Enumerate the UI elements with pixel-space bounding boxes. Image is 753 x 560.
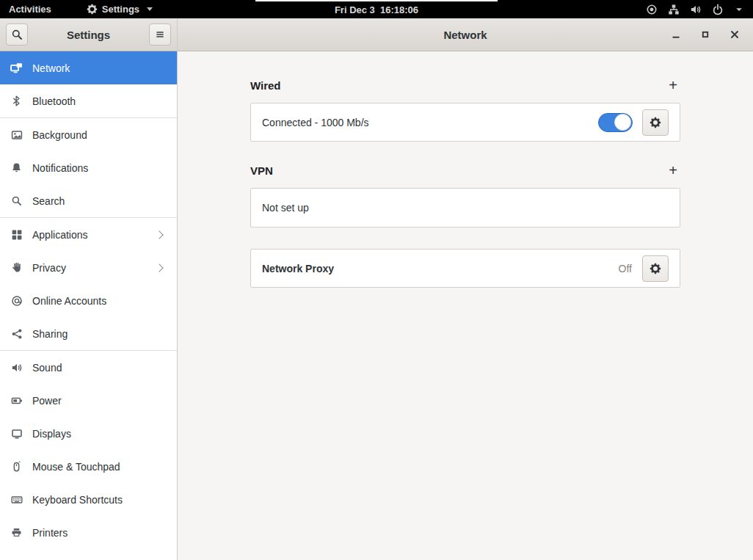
sidebar-item-label: Privacy [32,262,147,274]
network-icon [10,62,23,74]
bluetooth-icon [10,95,23,107]
displays-icon [10,427,23,440]
sidebar-item-label: Notifications [32,162,167,174]
sidebar-item-label: Applications [32,229,147,241]
sidebar-item-label: Online Accounts [32,295,167,307]
sidebar-item-search[interactable]: Search [0,184,177,217]
printers-icon [10,526,23,539]
sidebar-item-network[interactable]: Network [0,51,177,84]
maximize-button[interactable] [694,23,716,46]
sidebar-item-label: Sound [32,362,167,374]
wired-status-label: Connected - 1000 Mb/s [262,117,598,128]
sidebar-item-background[interactable]: Background [0,118,177,151]
search-button[interactable] [6,23,28,46]
search-icon [10,194,23,207]
main-header: Network [178,18,753,51]
clock-label: Fri Dec 3 16:18:06 [335,4,418,15]
app-menu-button[interactable]: Settings [78,0,161,18]
chevron-down-icon [734,4,744,15]
sidebar-item-sound[interactable]: Sound [0,351,177,384]
sidebar-item-label: Bluetooth [32,95,167,107]
sidebar: Settings NetworkBluetoothBackgroundNotif… [0,18,178,560]
clock-button[interactable]: Fri Dec 3 16:18:06 [255,0,498,18]
sidebar-item-label: Mouse & Touchpad [32,461,167,473]
screen: Activities Settings Fri Dec 3 16:18:06 [0,0,753,560]
minimize-button[interactable] [665,23,687,46]
toggle-knob [614,114,631,131]
add-vpn-button[interactable]: + [666,163,680,178]
sidebar-item-label: Sharing [32,328,167,340]
screen-record-icon [646,4,658,15]
sidebar-item-bluetooth[interactable]: Bluetooth [0,84,177,117]
network-proxy-label: Network Proxy [262,263,619,274]
wired-settings-button[interactable] [642,109,669,136]
wired-network-icon [668,4,680,15]
chevron-right-icon [155,263,163,272]
wired-section-title: Wired [250,79,281,92]
chevron-right-icon [155,230,163,239]
proxy-status-label: Off [619,263,632,274]
sidebar-item-label: Search [32,195,167,207]
chevron-down-icon [147,7,153,11]
keyboard-icon [10,493,23,506]
network-content: Wired + Connected - 1000 Mb/s [178,51,753,560]
power-icon [712,4,724,15]
gear-icon [87,4,98,15]
sidebar-item-label: Network [32,62,167,74]
sidebar-item-keyboard[interactable]: Keyboard Shortcuts [0,483,177,516]
proxy-settings-button[interactable] [642,255,669,282]
online-accounts-icon [10,294,23,307]
network-proxy-row: Network Proxy Off [251,250,680,287]
add-wired-button[interactable]: + [666,78,680,92]
sidebar-title: Settings [67,29,110,41]
sidebar-item-power[interactable]: Power [0,384,177,417]
vpn-section-title: VPN [250,164,273,177]
sidebar-item-displays[interactable]: Displays [0,417,177,450]
sidebar-item-label: Displays [32,428,167,440]
vpn-row: Not set up [251,189,680,227]
window-controls [665,23,753,46]
activities-button[interactable]: Activities [0,0,60,18]
sidebar-item-privacy[interactable]: Privacy [0,251,177,284]
sound-icon [10,361,23,374]
volume-icon [690,4,702,15]
system-status-area[interactable] [637,0,753,18]
sidebar-list: NetworkBluetoothBackgroundNotificationsS… [0,51,177,560]
sidebar-item-label: Keyboard Shortcuts [32,494,167,506]
settings-window: Settings NetworkBluetoothBackgroundNotif… [0,18,753,560]
sidebar-item-online-accounts[interactable]: Online Accounts [0,284,177,317]
sidebar-header: Settings [0,18,177,51]
mouse-icon [10,460,23,473]
app-menu-label: Settings [102,4,139,15]
close-button[interactable] [724,23,746,46]
power-icon [10,394,23,407]
sidebar-item-printers[interactable]: Printers [0,516,177,549]
wired-toggle[interactable] [598,113,633,132]
sidebar-item-notifications[interactable]: Notifications [0,151,177,184]
sidebar-item-sharing[interactable]: Sharing [0,317,177,350]
sidebar-item-label: Power [32,395,167,407]
main-panel: Network Wired + [178,18,753,560]
sidebar-item-mouse[interactable]: Mouse & Touchpad [0,450,177,483]
notifications-icon [10,161,23,174]
hamburger-menu-button[interactable] [149,23,171,46]
vpn-card: Not set up [250,188,680,228]
sidebar-item-applications[interactable]: Applications [0,218,177,251]
sidebar-item-label: Background [32,129,167,141]
sidebar-item-label: Printers [32,527,167,539]
vpn-status-label: Not set up [262,202,669,214]
privacy-icon [10,261,23,274]
network-proxy-card: Network Proxy Off [250,249,680,288]
background-icon [10,128,23,141]
sharing-icon [10,327,23,340]
wired-connection-row: Connected - 1000 Mb/s [251,103,680,141]
top-bar: Activities Settings Fri Dec 3 16:18:06 [0,0,753,18]
applications-icon [10,228,23,241]
wired-card: Connected - 1000 Mb/s [250,103,680,142]
